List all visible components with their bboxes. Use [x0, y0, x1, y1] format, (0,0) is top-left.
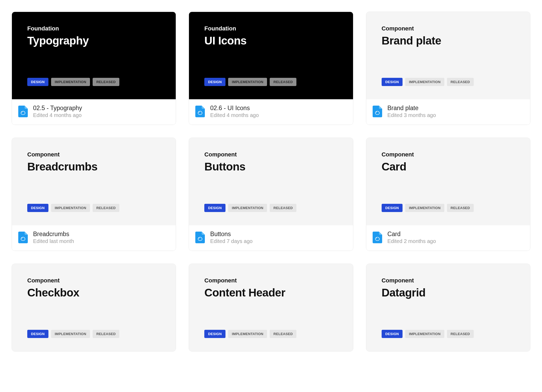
- card-thumbnail[interactable]: ComponentCheckboxDESIGNIMPLEMENTATIONREL…: [12, 264, 176, 351]
- card-meta-text: CardEdited 2 months ago: [387, 231, 436, 244]
- card-category: Component: [27, 151, 160, 158]
- file-icon: [373, 106, 382, 117]
- card-meta: 02.5 - TypographyEdited 4 months ago: [12, 99, 176, 125]
- file-card[interactable]: FoundationTypographyDESIGNIMPLEMENTATION…: [12, 12, 176, 125]
- file-edited: Edited last month: [33, 238, 74, 244]
- card-meta: ButtonsEdited 7 days ago: [189, 225, 353, 251]
- card-thumbnail[interactable]: FoundationUI IconsDESIGNIMPLEMENTATIONRE…: [189, 12, 353, 99]
- badge-released: RELEASED: [270, 330, 296, 338]
- svg-point-4: [199, 237, 200, 238]
- badge-implementation: IMPLEMENTATION: [405, 204, 444, 212]
- file-icon: [18, 232, 28, 243]
- card-category: Component: [27, 277, 160, 284]
- card-title: Checkbox: [27, 287, 160, 299]
- card-thumbnail[interactable]: ComponentCardDESIGNIMPLEMENTATIONRELEASE…: [366, 138, 530, 225]
- file-edited: Edited 2 months ago: [387, 238, 436, 244]
- file-edited: Edited 4 months ago: [210, 112, 259, 118]
- badge-implementation: IMPLEMENTATION: [228, 330, 267, 338]
- card-thumbnail[interactable]: ComponentDatagridDESIGNIMPLEMENTATIONREL…: [366, 264, 530, 351]
- badge-released: RELEASED: [447, 330, 474, 338]
- badge-implementation: IMPLEMENTATION: [228, 204, 267, 212]
- card-category: Foundation: [204, 25, 337, 32]
- badge-implementation: IMPLEMENTATION: [51, 330, 90, 338]
- badge-implementation: IMPLEMENTATION: [405, 330, 444, 338]
- file-card[interactable]: ComponentButtonsDESIGNIMPLEMENTATIONRELE…: [189, 138, 353, 251]
- card-title: Typography: [27, 35, 160, 47]
- badge-design: DESIGN: [204, 78, 225, 86]
- svg-point-3: [21, 237, 22, 238]
- card-title: UI Icons: [204, 35, 337, 47]
- file-card[interactable]: ComponentCheckboxDESIGNIMPLEMENTATIONREL…: [12, 264, 176, 352]
- badge-design: DESIGN: [204, 330, 225, 338]
- card-title: Datagrid: [382, 287, 515, 299]
- card-category: Foundation: [27, 25, 160, 32]
- card-title: Content Header: [204, 287, 337, 299]
- card-thumbnail[interactable]: FoundationTypographyDESIGNIMPLEMENTATION…: [12, 12, 176, 99]
- card-thumbnail[interactable]: ComponentButtonsDESIGNIMPLEMENTATIONRELE…: [189, 138, 353, 225]
- card-title: Brand plate: [382, 35, 515, 47]
- file-card[interactable]: FoundationUI IconsDESIGNIMPLEMENTATIONRE…: [189, 12, 353, 125]
- card-meta-text: 02.5 - TypographyEdited 4 months ago: [33, 105, 82, 118]
- badge-design: DESIGN: [204, 204, 225, 212]
- svg-point-1: [199, 111, 200, 112]
- badge-implementation: IMPLEMENTATION: [51, 78, 90, 86]
- card-meta: Brand plateEdited 3 months ago: [366, 99, 530, 125]
- card-title: Buttons: [204, 161, 337, 173]
- card-meta-text: ButtonsEdited 7 days ago: [210, 231, 252, 244]
- file-icon: [18, 106, 28, 117]
- badge-design: DESIGN: [382, 330, 403, 338]
- card-category: Component: [204, 151, 337, 158]
- badge-released: RELEASED: [93, 78, 119, 86]
- card-badges: DESIGNIMPLEMENTATIONRELEASED: [204, 188, 337, 212]
- file-icon: [195, 106, 205, 117]
- badge-design: DESIGN: [382, 204, 403, 212]
- card-badges: DESIGNIMPLEMENTATIONRELEASED: [27, 188, 160, 212]
- badge-released: RELEASED: [447, 78, 474, 86]
- card-category: Component: [382, 25, 515, 32]
- badge-implementation: IMPLEMENTATION: [405, 78, 444, 86]
- card-badges: DESIGNIMPLEMENTATIONRELEASED: [382, 188, 515, 212]
- file-grid: FoundationTypographyDESIGNIMPLEMENTATION…: [12, 12, 530, 352]
- card-badges: DESIGNIMPLEMENTATIONRELEASED: [27, 62, 160, 86]
- file-card[interactable]: ComponentDatagridDESIGNIMPLEMENTATIONREL…: [366, 264, 530, 352]
- file-card[interactable]: ComponentBreadcrumbsDESIGNIMPLEMENTATION…: [12, 138, 176, 251]
- file-icon: [195, 232, 205, 243]
- svg-point-2: [376, 111, 377, 112]
- file-edited: Edited 3 months ago: [387, 112, 436, 118]
- card-thumbnail[interactable]: ComponentBrand plateDESIGNIMPLEMENTATION…: [366, 12, 530, 99]
- file-name: 02.5 - Typography: [33, 105, 82, 112]
- card-meta-text: Brand plateEdited 3 months ago: [387, 105, 436, 118]
- badge-design: DESIGN: [27, 204, 48, 212]
- card-title: Breadcrumbs: [27, 161, 160, 173]
- badge-released: RELEASED: [270, 78, 296, 86]
- badge-design: DESIGN: [382, 78, 403, 86]
- card-meta-text: 02.6 - UI IconsEdited 4 months ago: [210, 105, 259, 118]
- file-edited: Edited 7 days ago: [210, 238, 252, 244]
- card-thumbnail[interactable]: ComponentContent HeaderDESIGNIMPLEMENTAT…: [189, 264, 353, 351]
- file-card[interactable]: ComponentCardDESIGNIMPLEMENTATIONRELEASE…: [366, 138, 530, 251]
- badge-design: DESIGN: [27, 78, 48, 86]
- badge-implementation: IMPLEMENTATION: [228, 78, 267, 86]
- file-name: 02.6 - UI Icons: [210, 105, 259, 112]
- card-meta-text: BreadcrumbsEdited last month: [33, 231, 74, 244]
- card-category: Component: [204, 277, 337, 284]
- file-name: Breadcrumbs: [33, 231, 74, 238]
- card-badges: DESIGNIMPLEMENTATIONRELEASED: [204, 314, 337, 338]
- file-card[interactable]: ComponentBrand plateDESIGNIMPLEMENTATION…: [366, 12, 530, 125]
- card-category: Component: [382, 151, 515, 158]
- badge-released: RELEASED: [93, 204, 119, 212]
- svg-point-5: [376, 237, 377, 238]
- file-name: Brand plate: [387, 105, 436, 112]
- file-name: Card: [387, 231, 436, 238]
- file-card[interactable]: ComponentContent HeaderDESIGNIMPLEMENTAT…: [189, 264, 353, 352]
- card-badges: DESIGNIMPLEMENTATIONRELEASED: [382, 62, 515, 86]
- card-thumbnail[interactable]: ComponentBreadcrumbsDESIGNIMPLEMENTATION…: [12, 138, 176, 225]
- file-icon: [373, 232, 382, 243]
- file-name: Buttons: [210, 231, 252, 238]
- badge-released: RELEASED: [93, 330, 119, 338]
- badge-implementation: IMPLEMENTATION: [51, 204, 90, 212]
- svg-point-0: [21, 111, 22, 112]
- card-badges: DESIGNIMPLEMENTATIONRELEASED: [204, 62, 337, 86]
- card-category: Component: [382, 277, 515, 284]
- card-badges: DESIGNIMPLEMENTATIONRELEASED: [382, 314, 515, 338]
